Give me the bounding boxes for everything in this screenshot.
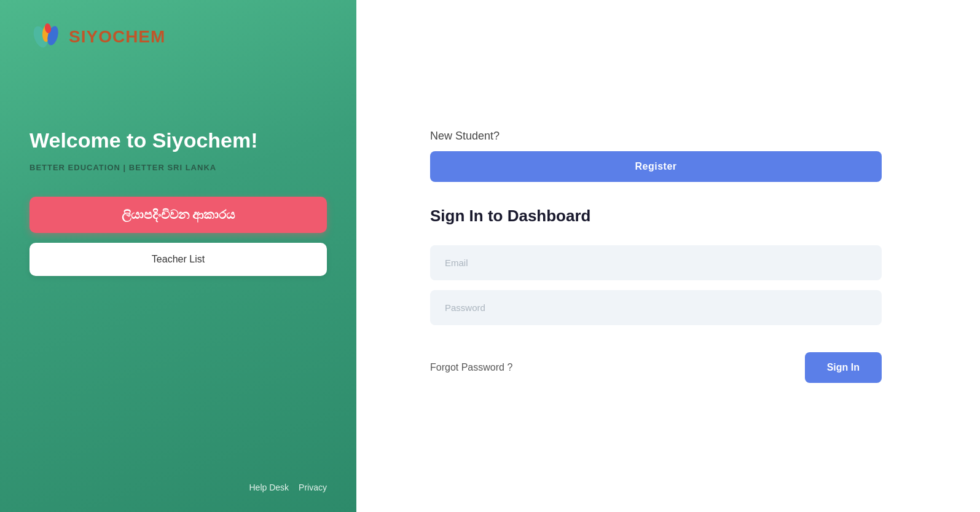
- brand-name: SIYOCHEM: [69, 27, 165, 47]
- help-desk-link[interactable]: Help Desk: [249, 482, 289, 492]
- footer-links: Help Desk Privacy: [29, 482, 327, 492]
- right-panel: New Student? Register Sign In to Dashboa…: [356, 0, 980, 512]
- form-bottom-row: Forgot Password ? Sign In: [430, 352, 882, 383]
- new-student-label: New Student?: [430, 130, 882, 143]
- sign-in-button[interactable]: Sign In: [805, 352, 882, 383]
- welcome-subtitle: BETTER EDUCATION | BETTER SRI LANKA: [29, 163, 327, 172]
- teacher-list-button[interactable]: Teacher List: [29, 243, 327, 276]
- sign-in-title: Sign In to Dashboard: [430, 207, 882, 226]
- email-form-group: [430, 245, 882, 280]
- logo-area: SIYOCHEM: [29, 20, 327, 54]
- welcome-title: Welcome to Siyochem!: [29, 128, 327, 153]
- password-form-group: [430, 290, 882, 325]
- left-panel: SIYOCHEM Welcome to Siyochem! BETTER EDU…: [0, 0, 356, 512]
- email-input[interactable]: [430, 245, 882, 280]
- privacy-link[interactable]: Privacy: [299, 482, 327, 492]
- logo-icon: [29, 20, 64, 54]
- sinhala-register-button[interactable]: ලියාපදිංචිවන ආකාරය: [29, 197, 327, 233]
- password-input[interactable]: [430, 290, 882, 325]
- forgot-password-link[interactable]: Forgot Password ?: [430, 362, 512, 373]
- register-button[interactable]: Register: [430, 151, 882, 182]
- welcome-section: Welcome to Siyochem! BETTER EDUCATION | …: [29, 128, 327, 446]
